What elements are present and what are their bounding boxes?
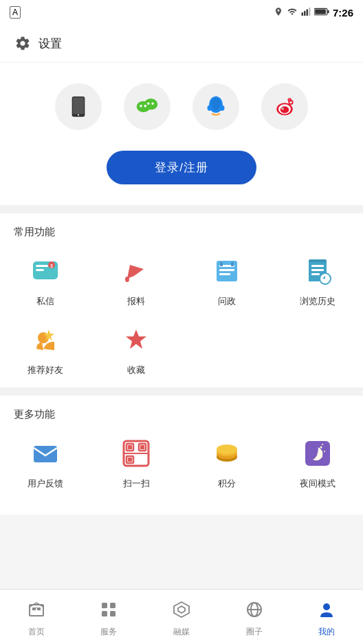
private-message-icon: 3 xyxy=(27,253,64,290)
login-button[interactable]: 登录/注册 xyxy=(107,151,256,184)
svg-point-11 xyxy=(144,98,158,109)
svg-rect-39 xyxy=(311,265,324,267)
night-mode-label: 夜间模式 xyxy=(300,477,336,490)
svg-point-60 xyxy=(320,447,322,449)
ask-gov-label: 问政 xyxy=(218,295,236,308)
feature-scan[interactable]: 扫一扫 xyxy=(91,435,182,490)
svg-rect-68 xyxy=(110,603,116,608)
divider-2 xyxy=(0,387,363,396)
phone-icon-circle[interactable] xyxy=(55,83,102,130)
svg-point-26 xyxy=(288,98,291,101)
svg-point-24 xyxy=(283,107,284,109)
svg-point-9 xyxy=(78,114,79,116)
nav-home[interactable]: 首页 xyxy=(0,597,73,638)
feature-points[interactable]: 积分 xyxy=(182,435,272,490)
points-label: 积分 xyxy=(218,477,236,490)
svg-rect-0 xyxy=(302,12,303,16)
svg-rect-66 xyxy=(32,608,41,608)
favorites-label: 收藏 xyxy=(127,364,145,376)
private-message-label: 私信 xyxy=(36,295,54,308)
svg-rect-8 xyxy=(73,98,84,114)
qq-icon-circle[interactable] xyxy=(192,83,239,130)
feature-private-message[interactable]: 3 私信 xyxy=(0,253,91,308)
signal-icon xyxy=(301,7,311,19)
nav-service[interactable]: 服务 xyxy=(73,597,146,638)
recommend-friend-label: 推荐好友 xyxy=(28,364,63,376)
svg-text:3: 3 xyxy=(50,264,53,268)
gear-icon xyxy=(14,34,32,52)
svg-point-22 xyxy=(280,107,289,114)
feature-favorites[interactable]: 收藏 xyxy=(91,321,182,376)
svg-rect-38 xyxy=(231,262,234,266)
svg-point-76 xyxy=(323,603,330,610)
feature-browse-history[interactable]: 浏览历史 xyxy=(272,253,363,308)
media-label: 融媒 xyxy=(173,626,190,638)
home-icon xyxy=(28,601,45,623)
scan-icon xyxy=(118,435,155,472)
svg-rect-41 xyxy=(311,273,320,275)
svg-rect-51 xyxy=(128,445,132,449)
wechat-icon-circle[interactable] xyxy=(124,83,170,130)
svg-point-58 xyxy=(217,444,237,454)
svg-point-62 xyxy=(322,444,323,445)
night-mode-icon xyxy=(299,435,336,472)
svg-rect-35 xyxy=(219,269,234,271)
svg-marker-45 xyxy=(126,330,146,349)
social-icons-row xyxy=(0,63,363,144)
svg-point-14 xyxy=(147,103,150,105)
circle-icon xyxy=(245,601,263,623)
time: 7:26 xyxy=(333,7,353,19)
browse-history-icon xyxy=(299,253,336,290)
feature-recommend-friend[interactable]: 推荐好友 xyxy=(0,321,91,376)
feature-report[interactable]: 报料 xyxy=(91,253,182,308)
location-icon xyxy=(274,7,283,19)
report-label: 报料 xyxy=(127,295,145,308)
svg-point-17 xyxy=(211,98,221,110)
svg-point-32 xyxy=(125,277,129,282)
wifi-icon xyxy=(287,7,298,19)
service-label: 服务 xyxy=(100,626,117,638)
points-icon xyxy=(208,435,245,472)
more-feature-grid: 用户反馈 扫一扫 xyxy=(0,427,363,501)
weibo-icon-circle[interactable] xyxy=(261,83,308,130)
nav-mine[interactable]: 我的 xyxy=(290,597,363,638)
svg-point-12 xyxy=(140,105,142,107)
favorites-icon xyxy=(118,321,155,358)
feature-night-mode[interactable]: 夜间模式 xyxy=(272,435,363,490)
bottom-nav: 首页 服务 融媒 圈子 xyxy=(0,589,363,644)
svg-rect-67 xyxy=(102,603,107,608)
feature-ask-gov[interactable]: 问政 xyxy=(182,253,272,308)
svg-rect-1 xyxy=(304,10,305,15)
nav-circle[interactable]: 圈子 xyxy=(218,597,291,638)
more-section-header: 更多功能 xyxy=(0,396,363,427)
android-label: A xyxy=(10,6,21,19)
svg-marker-71 xyxy=(174,602,189,617)
svg-rect-70 xyxy=(110,611,116,616)
scan-label: 扫一扫 xyxy=(123,477,150,490)
svg-rect-5 xyxy=(315,9,326,14)
feedback-icon xyxy=(27,435,64,472)
media-icon xyxy=(173,601,190,623)
scroll-area[interactable]: 设置 xyxy=(0,25,363,589)
common-section-header: 常用功能 xyxy=(0,213,363,244)
mine-icon xyxy=(318,601,336,623)
feedback-label: 用户反馈 xyxy=(28,477,63,490)
settings-bar: 设置 xyxy=(0,25,363,63)
svg-rect-3 xyxy=(309,8,310,16)
status-bar: A 7:26 xyxy=(0,0,363,25)
svg-rect-6 xyxy=(327,10,329,13)
svg-rect-2 xyxy=(307,9,308,15)
feature-feedback[interactable]: 用户反馈 xyxy=(0,435,91,490)
svg-rect-36 xyxy=(219,273,230,275)
nav-media[interactable]: 融媒 xyxy=(145,597,218,638)
svg-point-61 xyxy=(324,451,325,452)
browse-history-label: 浏览历史 xyxy=(300,295,336,308)
service-icon xyxy=(100,601,118,623)
svg-point-19 xyxy=(220,105,225,111)
svg-rect-53 xyxy=(128,458,132,462)
svg-rect-37 xyxy=(220,262,223,266)
ask-gov-icon xyxy=(208,253,245,290)
status-left: A xyxy=(10,6,21,19)
svg-rect-69 xyxy=(102,611,107,616)
recommend-friend-icon xyxy=(27,321,64,358)
